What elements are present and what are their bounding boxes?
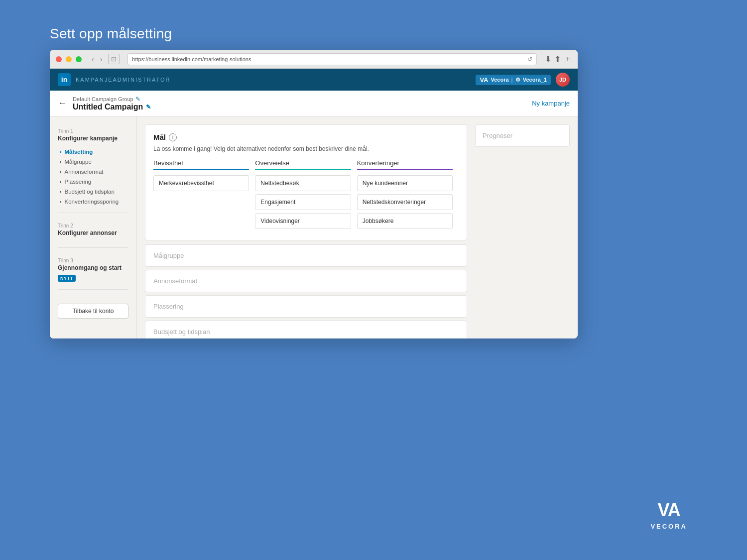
prognose-label: Prognoser xyxy=(483,132,512,139)
goal-option-nettstedskonverteringer[interactable]: Nettstedskonverteringer xyxy=(357,194,453,210)
step3-label: Trinn 3 xyxy=(58,258,128,263)
col-header-bevissthet: Bevissthet xyxy=(153,159,249,167)
goal-option-nye-kundeemner[interactable]: Nye kundeemner xyxy=(357,175,453,191)
step2-label: Trinn 2 xyxy=(58,223,128,228)
new-campaign-button[interactable]: Ny kampanje xyxy=(532,100,570,107)
sidebar-item-budsjett[interactable]: Budsjett og tidsplan xyxy=(50,187,136,197)
step1-label: Trinn 1 xyxy=(58,128,128,134)
app-name-label: KAMPANJEADMINISTRATOR xyxy=(76,77,171,83)
window-toggle-btn[interactable]: ⊡ xyxy=(108,54,120,64)
goal-option-nettstedbesok[interactable]: Nettstedbesøk xyxy=(255,175,351,191)
campaign-breadcrumb-bar: ← Default Campaign Group ✎ Untitled Camp… xyxy=(50,91,578,116)
browser-window: ‹ › ⊡ https://business.linkedin.com/mark… xyxy=(50,50,578,338)
placeholder-annonseformat[interactable]: Annonseformat xyxy=(145,270,467,292)
sidebar-item-konverteringssporing[interactable]: Konverteringssporing xyxy=(50,197,136,207)
back-to-account-button[interactable]: Tilbake til konto xyxy=(58,304,128,319)
vecora-label: Vecora xyxy=(491,77,509,83)
browser-chrome: ‹ › ⊡ https://business.linkedin.com/mark… xyxy=(50,50,578,69)
traffic-light-red[interactable] xyxy=(56,56,62,62)
goal-option-videovisninger[interactable]: Videovisninger xyxy=(255,213,351,229)
header-right: VA Vecora | ⚙ Vecora_1 JD xyxy=(476,73,570,87)
sidebar-step-3: Trinn 3 Gjennomgang og start NYTT xyxy=(50,254,136,283)
campaign-name: Untitled Campaign ✎ xyxy=(73,103,151,112)
vecora-badge: VA Vecora | ⚙ Vecora_1 xyxy=(476,75,551,85)
goal-column-konverteringer: Konverteringer Nye kundeemner Nettstedsk… xyxy=(357,159,459,232)
settings-label: Vecora_1 xyxy=(523,77,547,83)
vecora-footer-logo: VA xyxy=(650,500,687,521)
page-title: Sett opp målsetting xyxy=(50,26,172,42)
download-icon[interactable]: ⬇ xyxy=(545,54,551,64)
new-tab-icon[interactable]: ＋ xyxy=(564,54,572,64)
col-underline-konverteringer xyxy=(357,169,453,170)
forward-nav-btn[interactable]: › xyxy=(98,54,105,64)
col-underline-bevissthet xyxy=(153,169,249,170)
goal-column-bevissthet: Bevissthet Merkevarebevissthet xyxy=(153,159,255,232)
placeholder-malgruppe[interactable]: Målgruppe xyxy=(145,244,467,267)
goal-column-overveielse: Overveielse Nettstedbesøk Engasjement Vi… xyxy=(255,159,357,232)
breadcrumb-back-btn[interactable]: ← xyxy=(58,98,67,109)
linkedin-logo: in xyxy=(58,73,71,86)
goal-header: Mål i xyxy=(153,133,459,141)
prognose-card: Prognoser xyxy=(475,124,570,147)
sidebar-item-plassering[interactable]: Plassering xyxy=(50,177,136,187)
vecora-footer-name: VECORA xyxy=(650,523,687,530)
vecora-footer: VA VECORA xyxy=(650,500,687,530)
placeholder-budsjett[interactable]: Budsjett og tidsplan xyxy=(145,321,467,338)
sidebar-divider-1 xyxy=(58,213,128,213)
goal-option-engasjement[interactable]: Engasjement xyxy=(255,194,351,210)
linkedin-app: in KAMPANJEADMINISTRATOR VA Vecora | ⚙ V… xyxy=(50,69,578,338)
campaign-edit-icon[interactable]: ✎ xyxy=(146,104,151,111)
col-header-konverteringer: Konverteringer xyxy=(357,159,453,167)
share-icon[interactable]: ⬆ xyxy=(554,54,561,64)
traffic-light-yellow[interactable] xyxy=(66,56,72,62)
main-content: Trinn 1 Konfigurer kampanje Målsetting M… xyxy=(50,116,578,338)
sidebar: Trinn 1 Konfigurer kampanje Målsetting M… xyxy=(50,116,137,338)
campaign-group-name: Default Campaign Group ✎ xyxy=(73,96,151,103)
sidebar-step-2: Trinn 2 Konfigurer annonser xyxy=(50,219,136,241)
sidebar-item-malgruppe[interactable]: Målgruppe xyxy=(50,157,136,167)
content-area: Mål i La oss komme i gang! Velg det alte… xyxy=(137,116,578,338)
goal-option-jobbsokere[interactable]: Jobbsøkere xyxy=(357,213,453,229)
step2-title: Konfigurer annonser xyxy=(58,229,128,236)
campaign-titles: Default Campaign Group ✎ Untitled Campai… xyxy=(73,96,151,112)
group-edit-icon[interactable]: ✎ xyxy=(135,96,140,103)
sidebar-item-malsetting[interactable]: Målsetting xyxy=(50,147,136,157)
back-nav-btn[interactable]: ‹ xyxy=(90,54,96,64)
url-bar: https://business.linkedin.com/marketing-… xyxy=(127,53,537,65)
step3-title: Gjennomgang og start xyxy=(58,264,128,271)
info-icon[interactable]: i xyxy=(169,133,177,141)
sidebar-divider-3 xyxy=(58,289,128,290)
new-badge: NYTT xyxy=(58,275,76,282)
url-text: https://business.linkedin.com/marketing-… xyxy=(132,56,251,62)
placeholder-plassering[interactable]: Plassering xyxy=(145,295,467,318)
goal-columns: Bevissthet Merkevarebevissthet Overveiel… xyxy=(153,159,459,232)
linkedin-header: in KAMPANJEADMINISTRATOR VA Vecora | ⚙ V… xyxy=(50,69,578,91)
step1-title: Konfigurer kampanje xyxy=(58,135,128,142)
goal-card: Mål i La oss komme i gang! Velg det alte… xyxy=(145,124,467,240)
traffic-light-green[interactable] xyxy=(76,56,82,62)
sidebar-step-1: Trinn 1 Konfigurer kampanje xyxy=(50,124,136,147)
sidebar-divider-2 xyxy=(58,247,128,248)
side-panel: Prognoser xyxy=(475,124,570,331)
sidebar-item-annonseformat[interactable]: Annonseformat xyxy=(50,167,136,177)
goal-title: Mål xyxy=(153,133,166,141)
main-panel: Mål i La oss komme i gang! Velg det alte… xyxy=(145,124,467,331)
goal-option-merkevarebevissthet[interactable]: Merkevarebevissthet xyxy=(153,175,249,191)
avatar: JD xyxy=(556,73,570,87)
goal-description: La oss komme i gang! Velg det alternativ… xyxy=(153,145,459,152)
col-underline-overveielse xyxy=(255,169,351,170)
refresh-icon[interactable]: ↺ xyxy=(527,56,532,63)
col-header-overveielse: Overveielse xyxy=(255,159,351,167)
